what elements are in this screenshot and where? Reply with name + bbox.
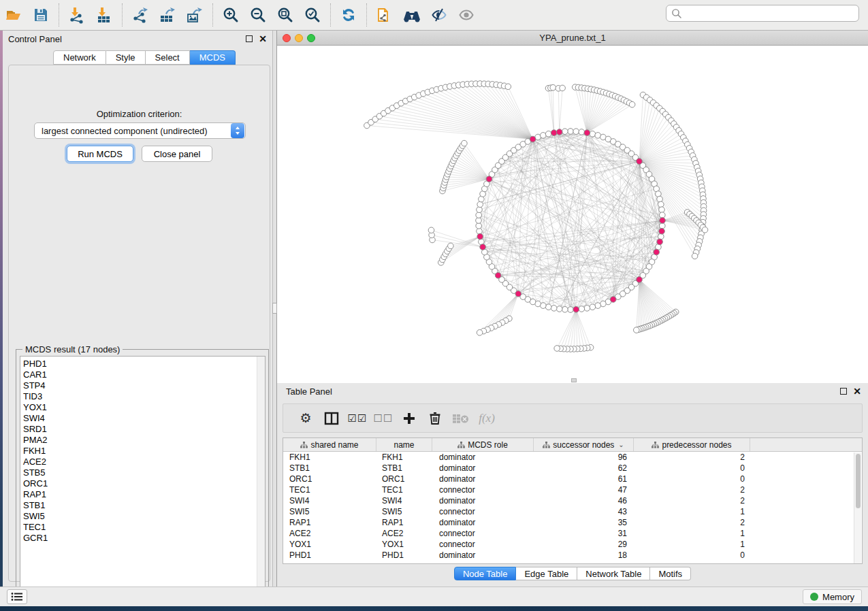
show-panels-button[interactable] — [7, 589, 27, 604]
network-node[interactable] — [692, 253, 698, 259]
dominator-node[interactable] — [660, 218, 666, 224]
column-header-name[interactable]: name — [376, 438, 432, 451]
settings-gear-icon[interactable]: ⚙ — [293, 410, 319, 426]
network-node[interactable] — [584, 306, 590, 312]
dominator-node[interactable] — [530, 136, 536, 142]
network-node[interactable] — [568, 307, 574, 313]
network-node[interactable] — [476, 223, 482, 229]
dominator-node[interactable] — [637, 159, 643, 165]
dominator-node[interactable] — [610, 297, 616, 303]
network-node[interactable] — [568, 129, 574, 135]
zoom-in-icon[interactable] — [217, 1, 244, 29]
table-row[interactable]: SWI4 SWI4 dominator 46 2 — [283, 495, 862, 506]
hide-graphics-details-icon[interactable] — [425, 1, 453, 29]
column-header-mcds-role[interactable]: MCDS role — [432, 438, 534, 451]
column-header-predecessor-nodes[interactable]: predecessor nodes — [634, 438, 750, 451]
network-node[interactable] — [477, 207, 483, 213]
import-table-icon[interactable] — [91, 1, 118, 29]
window-minimize-icon[interactable] — [295, 34, 303, 42]
close-panel-icon[interactable]: ✕ — [853, 388, 861, 395]
close-panel-button[interactable]: Close panel — [142, 146, 212, 162]
table-row[interactable]: PHD1 PHD1 dominator 18 0 — [283, 550, 862, 561]
table-row[interactable]: ORC1 ORC1 dominator 61 0 — [283, 474, 862, 484]
network-node[interactable] — [476, 212, 482, 218]
network-node[interactable] — [657, 196, 663, 202]
network-window-titlebar[interactable]: YPA_prune.txt_1 — [277, 31, 868, 46]
table-row[interactable]: RAP1 RAP1 dominator 35 2 — [283, 517, 862, 528]
mcds-result-item[interactable]: ORC1 — [23, 478, 265, 489]
divider-grip[interactable] — [272, 303, 277, 314]
network-node[interactable] — [477, 330, 483, 336]
sort-descending-icon[interactable]: ⌄ — [618, 441, 624, 448]
column-header-successor-nodes[interactable]: successor nodes ⌄ — [534, 438, 634, 451]
table-row[interactable]: ACE2 ACE2 connector 31 1 — [283, 528, 862, 539]
mcds-result-item[interactable]: TEC1 — [23, 522, 265, 533]
panel-divider[interactable] — [272, 31, 277, 587]
deselect-all-icon[interactable]: ☐☐ — [370, 412, 396, 425]
mcds-result-item[interactable]: SWI5 — [23, 511, 265, 522]
save-session-icon[interactable] — [27, 1, 54, 29]
tab-style[interactable]: Style — [106, 50, 146, 65]
refresh-view-icon[interactable] — [335, 1, 362, 29]
tab-edge-table[interactable]: Edge Table — [516, 567, 577, 580]
share-document-icon[interactable] — [371, 1, 398, 29]
network-node[interactable] — [629, 101, 635, 108]
network-node[interactable] — [590, 131, 596, 137]
function-builder-icon[interactable]: f(x) — [474, 412, 500, 425]
zoom-out-icon[interactable] — [244, 1, 272, 29]
dominator-node[interactable] — [486, 176, 492, 182]
export-image-icon[interactable] — [181, 1, 208, 29]
mcds-result-item[interactable]: FKH1 — [23, 446, 265, 457]
network-node[interactable] — [579, 129, 585, 135]
table-row[interactable]: FKH1 FKH1 dominator 96 2 — [283, 452, 862, 463]
network-node[interactable] — [634, 327, 640, 333]
network-node[interactable] — [579, 306, 585, 312]
table-row[interactable]: STB1 STB1 dominator 62 0 — [283, 463, 862, 474]
mcds-result-item[interactable]: SRD1 — [23, 424, 265, 435]
table-row[interactable]: YOX1 YOX1 connector 29 1 — [283, 539, 862, 550]
export-table-icon[interactable] — [154, 1, 181, 29]
window-maximize-icon[interactable] — [307, 34, 315, 42]
network-node[interactable] — [462, 140, 468, 146]
network-node[interactable] — [477, 229, 483, 235]
dominator-node[interactable] — [659, 229, 665, 235]
network-node[interactable] — [658, 233, 664, 240]
mcds-list-scrollbar[interactable] — [257, 357, 265, 597]
column-header-shared-name[interactable]: shared name — [283, 438, 376, 451]
network-node[interactable] — [560, 85, 566, 91]
table-row[interactable]: TEC1 TEC1 connector 47 2 — [283, 484, 862, 495]
select-all-icon[interactable]: ☑☑ — [344, 412, 370, 425]
zoom-selected-icon[interactable] — [299, 1, 326, 29]
mcds-result-list[interactable]: PHD1CAR1STP4TID3YOX1SWI4SRD1PMA2FKH1ACE2… — [20, 357, 265, 544]
memory-button[interactable]: Memory — [803, 589, 862, 604]
mcds-result-item[interactable]: PMA2 — [23, 435, 265, 446]
float-panel-icon[interactable] — [840, 388, 847, 395]
network-node[interactable] — [505, 84, 511, 90]
mcds-result-item[interactable]: STB1 — [23, 500, 265, 511]
network-node[interactable] — [477, 201, 483, 208]
show-columns-icon[interactable] — [319, 412, 344, 425]
dominator-node[interactable] — [573, 307, 579, 313]
network-node[interactable] — [562, 307, 568, 313]
network-node[interactable] — [658, 201, 664, 208]
zoom-fit-icon[interactable] — [272, 1, 299, 29]
network-node[interactable] — [562, 129, 568, 135]
mcds-result-item[interactable]: SWI4 — [23, 413, 265, 424]
close-panel-icon[interactable]: ✕ — [259, 35, 267, 42]
mcds-result-item[interactable]: TID3 — [23, 391, 265, 402]
tab-select[interactable]: Select — [146, 50, 190, 65]
network-node[interactable] — [428, 227, 434, 233]
dominator-node[interactable] — [480, 244, 486, 250]
tab-node-table[interactable]: Node Table — [454, 567, 517, 580]
dominator-node[interactable] — [551, 130, 557, 136]
mcds-result-item[interactable]: CAR1 — [23, 369, 265, 380]
network-node[interactable] — [590, 304, 596, 310]
network-node[interactable] — [660, 223, 666, 229]
mcds-result-item[interactable]: RAP1 — [23, 489, 265, 500]
delete-column-icon[interactable] — [422, 411, 448, 425]
criterion-dropdown[interactable]: largest connected component (undirected) — [34, 122, 246, 139]
show-graphics-details-icon[interactable] — [453, 1, 480, 29]
network-node[interactable] — [702, 227, 708, 233]
network-node[interactable] — [595, 303, 601, 309]
dominator-node[interactable] — [556, 129, 562, 135]
